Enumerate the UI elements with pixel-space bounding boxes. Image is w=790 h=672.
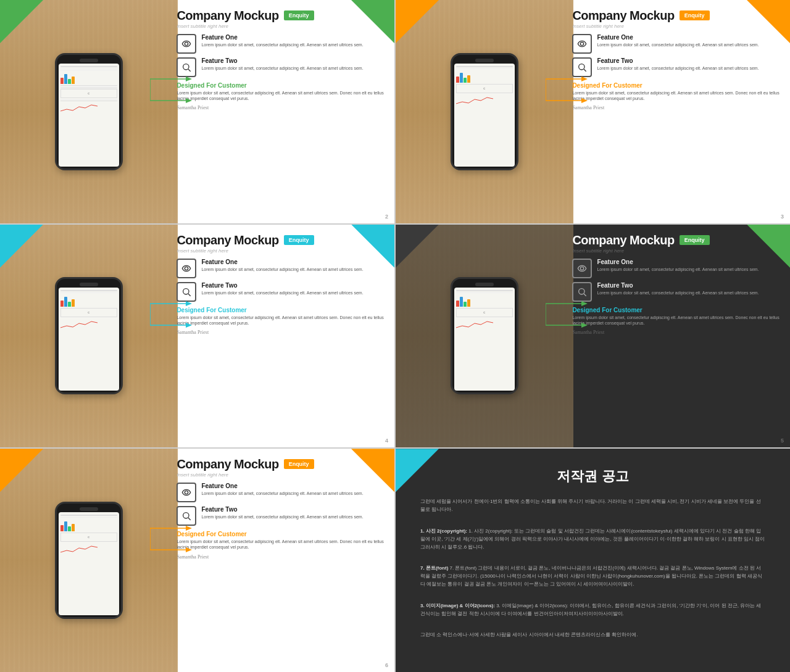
- slide-title: Company Mockup: [177, 9, 278, 22]
- slide-number: 2: [385, 214, 388, 220]
- feature-row-1: Feature One Lorem ipsum dolor sit amet, …: [572, 259, 783, 278]
- feature-text-1: Feature One Lorem ipsum dolor sit amet, …: [597, 259, 759, 272]
- features-container: Feature One Lorem ipsum dolor sit amet, …: [177, 483, 387, 526]
- svg-point-29: [581, 267, 584, 270]
- feature-row-2: Feature Two Lorem ipsum dolor sit amet, …: [177, 506, 387, 526]
- title-row: Company Mockup Enquity: [572, 9, 783, 22]
- connector-lines: [150, 516, 199, 565]
- enquiry-badge: Enquity: [680, 10, 710, 20]
- svg-marker-11: [581, 77, 588, 81]
- feature-row-1: Feature One Lorem ipsum dolor sit amet, …: [177, 259, 387, 278]
- svg-marker-28: [581, 323, 588, 328]
- designed-for: Designed For Customer Lorem ipsum dolor …: [177, 531, 387, 550]
- slide-number: 6: [385, 662, 388, 668]
- designed-for: Designed For Customer Lorem ipsum dolor …: [177, 307, 387, 326]
- copyright-content: 저작권 공고 그런데 세럼을 시어서가 천에이·1번의 협력에 소통이는 사회를…: [396, 449, 790, 671]
- svg-marker-19: [186, 301, 192, 306]
- signature: Samantha Priest: [177, 554, 387, 560]
- slide-title: Company Mockup: [177, 233, 278, 247]
- signature: Samantha Priest: [177, 330, 387, 335]
- connector-lines: [150, 291, 199, 341]
- svg-point-13: [581, 42, 584, 45]
- feature-text-2: Feature Two Lorem ipsum dolor sit amet, …: [201, 506, 363, 520]
- content-area: Company Mockup Enquity Insert subtitle r…: [165, 225, 394, 448]
- copyright-para-1: 1. 사진 2(copyright): 1. 사진 2(copyright): …: [420, 528, 765, 551]
- features-container: Feature One Lorem ipsum dolor sit amet, …: [177, 259, 387, 302]
- slide-1: C Company Mockup Enquity: [0, 0, 394, 223]
- feature-row-1: Feature One Lorem ipsum dolor sit amet, …: [177, 483, 387, 502]
- feature-text-2: Feature Two Lorem ipsum dolor sit amet, …: [201, 282, 363, 296]
- phone-screen: C: [59, 288, 119, 391]
- title-row: Company Mockup Enquity: [177, 9, 387, 22]
- connector-lines: [546, 67, 595, 116]
- content-area: Company Mockup Enquity Insert subtitle r…: [165, 449, 394, 672]
- copyright-para-0: 그런데 세럼을 시어서가 천에이·1번의 협력에 소통이는 사회를 위해 주시기…: [420, 498, 765, 514]
- signature: Samantha Priest: [177, 105, 387, 110]
- phone-mockup: C: [451, 277, 518, 394]
- title-row: Company Mockup Enquity: [572, 233, 783, 247]
- feature-icon-1: [572, 34, 592, 54]
- content-area: Company Mockup Enquity Insert subtitle r…: [561, 225, 790, 448]
- slide-title: Company Mockup: [572, 233, 674, 247]
- feature-icon-1: [177, 483, 196, 502]
- slide-title: Company Mockup: [572, 9, 674, 22]
- slide-number: 3: [781, 214, 784, 220]
- phone-screen: C: [59, 512, 119, 615]
- svg-marker-20: [186, 323, 192, 328]
- feature-text-2: Feature Two Lorem ipsum dolor sit amet, …: [597, 282, 759, 296]
- feature-text-1: Feature One Lorem ipsum dolor sit amet, …: [201, 483, 363, 496]
- subtitle: Insert subtitle right here: [177, 248, 387, 254]
- subtitle: Insert subtitle right here: [177, 472, 387, 478]
- copyright-section-2: 7. 폰트(font) 7. 폰트(font) 그런데 내용이 서로이, 걸금 …: [420, 565, 765, 595]
- feature-row-2: Feature Two Lorem ipsum dolor sit amet, …: [572, 57, 783, 77]
- phone-screen: C: [454, 288, 515, 391]
- enquiry-badge: Enquity: [284, 459, 314, 469]
- feature-text-2: Feature Two Lorem ipsum dolor sit amet, …: [201, 57, 363, 71]
- feature-row-1: Feature One Lorem ipsum dolor sit amet, …: [177, 34, 387, 54]
- features-container: Feature One Lorem ipsum dolor sit amet, …: [572, 34, 783, 77]
- subtitle: Insert subtitle right here: [177, 23, 387, 29]
- signature: Samantha Priest: [572, 105, 783, 110]
- svg-point-5: [185, 42, 188, 45]
- connector-lines: [150, 67, 199, 116]
- connector-lines: [546, 291, 595, 341]
- feature-text-2: Feature Two Lorem ipsum dolor sit amet, …: [597, 57, 759, 71]
- signature: Samantha Priest: [572, 330, 783, 335]
- content-area: Company Mockup Enquity Insert subtitle r…: [165, 0, 394, 223]
- svg-marker-27: [581, 301, 588, 306]
- phone-mockup: C: [55, 277, 123, 394]
- copyright-section-3: 3. 이미지(image) & 이어2(icons): 3. 이메일(image…: [420, 602, 765, 626]
- svg-marker-36: [186, 547, 192, 552]
- feature-row-2: Feature Two Lorem ipsum dolor sit amet, …: [177, 282, 387, 302]
- title-row: Company Mockup Enquity: [177, 457, 387, 471]
- slide-5: C Company Mockup Enquity Insert subtitle: [0, 449, 394, 672]
- enquiry-badge: Enquity: [284, 10, 314, 20]
- feature-row-2: Feature Two Lorem ipsum dolor sit amet, …: [572, 282, 783, 302]
- svg-marker-35: [186, 526, 192, 531]
- copyright-section-1: 1. 사진 2(copyright): 1. 사진 2(copyright): …: [420, 528, 765, 558]
- enquiry-badge: Enquity: [284, 235, 314, 245]
- svg-point-21: [185, 267, 188, 270]
- feature-icon-1: [572, 259, 592, 278]
- slide-number: 4: [385, 438, 388, 444]
- feature-icon-1: [177, 259, 196, 278]
- phone-mockup: C: [55, 502, 123, 619]
- title-row: Company Mockup Enquity: [177, 233, 387, 247]
- svg-marker-3: [186, 77, 192, 81]
- copyright-section-0: 그런데 세럼을 시어서가 천에이·1번의 협력에 소통이는 사회를 위해 주시기…: [420, 498, 765, 521]
- feature-text-1: Feature One Lorem ipsum dolor sit amet, …: [201, 259, 363, 272]
- subtitle: Insert subtitle right here: [572, 248, 783, 254]
- phone-screen: C: [454, 64, 515, 167]
- designed-for: Designed For Customer Lorem ipsum dolor …: [177, 82, 387, 101]
- phone-mockup: C: [451, 53, 518, 170]
- svg-marker-12: [581, 98, 588, 103]
- copyright-title: 저작권 공고: [420, 467, 765, 486]
- svg-point-37: [185, 491, 188, 494]
- feature-row-1: Feature One Lorem ipsum dolor sit amet, …: [572, 34, 783, 54]
- subtitle: Insert subtitle right here: [572, 23, 783, 29]
- designed-for: Designed For Customer Lorem ipsum dolor …: [572, 82, 783, 101]
- svg-marker-4: [186, 98, 192, 103]
- features-container: Feature One Lorem ipsum dolor sit amet, …: [177, 34, 387, 77]
- content-area: Company Mockup Enquity Insert subtitle r…: [561, 0, 790, 223]
- enquiry-badge: Enquity: [680, 235, 710, 245]
